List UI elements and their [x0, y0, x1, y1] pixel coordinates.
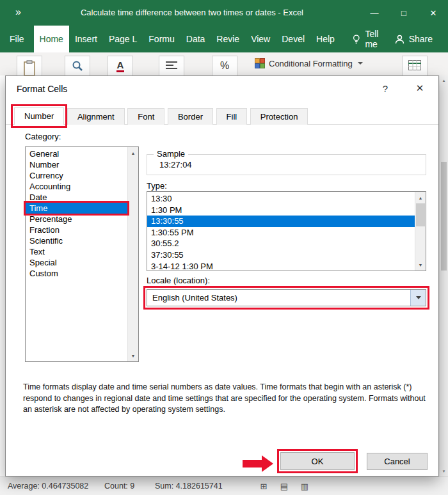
scroll-up-icon[interactable]: ▲ [128, 148, 138, 158]
category-option-general[interactable]: General [26, 148, 127, 159]
page-layout-view-button[interactable]: ▤ [278, 482, 290, 491]
share-button[interactable]: Share [395, 26, 433, 52]
locale-label: Locale (location): [147, 276, 210, 285]
category-option-scientific[interactable]: Scientific [26, 235, 127, 246]
conditional-formatting-button[interactable]: Conditional Formatting [255, 58, 363, 68]
tab-file[interactable]: File [0, 26, 34, 52]
scroll-down-icon[interactable]: ▼ [128, 350, 138, 361]
view-shortcuts: ⊞ ▤ ▥ [258, 477, 310, 495]
type-option[interactable]: 1:30:55 PM [147, 227, 415, 239]
dropdown-arrow-button[interactable] [410, 290, 426, 306]
arrow-head [262, 455, 273, 472]
type-label: Type: [147, 181, 167, 191]
category-listbox: General Number Currency Accounting Date … [25, 146, 139, 362]
category-option-percentage[interactable]: Percentage [26, 214, 127, 224]
table-icon [408, 60, 421, 70]
window-title: Calculate time difference between two ti… [51, 8, 333, 17]
annotation-arrow [243, 455, 276, 472]
type-option[interactable]: 3-14-12 1:30 PM [147, 261, 415, 272]
category-option-special[interactable]: Special [26, 257, 127, 268]
tab-view[interactable]: View [245, 26, 276, 52]
status-bar: Average: 0.464735082 Count: 9 Sum: 4.182… [0, 476, 448, 495]
category-option-number[interactable]: Number [26, 159, 127, 170]
sample-value: 13:27:04 [159, 160, 192, 169]
category-option-text[interactable]: Text [26, 246, 127, 257]
category-label: Category: [25, 132, 61, 141]
ribbon: A % Conditional Formatting [0, 52, 448, 75]
minimize-button[interactable]: — [360, 0, 389, 26]
page-break-view-button[interactable]: ▥ [299, 482, 310, 491]
alignment-button[interactable] [159, 56, 184, 75]
format-as-table-button[interactable] [402, 56, 428, 75]
clipboard-icon [23, 60, 36, 75]
close-button[interactable]: ✕ [419, 0, 448, 26]
type-option[interactable]: 1:30 PM [147, 205, 415, 216]
type-option-selected[interactable]: 13:30:55 [147, 216, 415, 227]
locale-selected-value: English (United States) [152, 293, 237, 302]
dialog-tab-fill[interactable]: Fill [216, 108, 248, 125]
tab-help[interactable]: Help [310, 26, 340, 52]
dialog-close-button[interactable]: ✕ [412, 82, 428, 94]
dialog-tab-font[interactable]: Font [127, 108, 164, 125]
type-scrollbar[interactable]: ▲ ▼ [415, 192, 426, 271]
search-button[interactable] [65, 56, 90, 75]
tab-formulas[interactable]: Formu [143, 26, 180, 52]
excel-window: » Calculate time difference between two … [0, 0, 448, 495]
type-option[interactable]: 30:55.2 [147, 238, 415, 249]
type-items: 13:30 1:30 PM 13:30:55 1:30:55 PM 30:55.… [147, 193, 415, 272]
maximize-button[interactable]: □ [389, 0, 419, 26]
arrow-shaft [243, 460, 262, 468]
share-label: Share [409, 34, 433, 44]
category-option-accounting[interactable]: Accounting [26, 181, 127, 192]
cancel-button[interactable]: Cancel [367, 453, 428, 470]
worksheet-vscrollbar[interactable]: ▲ ▼ [439, 75, 448, 476]
scrollbar-thumb[interactable] [441, 162, 447, 271]
dialog-tab-protection[interactable]: Protection [250, 108, 308, 125]
category-option-currency[interactable]: Currency [26, 170, 127, 181]
format-description: Time formats display date and time seria… [23, 382, 428, 416]
dialog-help-button[interactable]: ? [378, 83, 392, 94]
scroll-down-icon[interactable]: ▼ [440, 469, 448, 473]
percent-icon: % [220, 60, 229, 72]
dialog-title: Format Cells [17, 84, 67, 94]
type-option[interactable]: 37:30:55 [147, 249, 415, 261]
font-color-button[interactable]: A [108, 56, 133, 75]
status-sum: Sum: 4.182615741 [155, 482, 223, 491]
conditional-formatting-label: Conditional Formatting [269, 59, 353, 68]
category-scrollbar[interactable]: ▲ ▼ [127, 147, 138, 361]
tab-insert[interactable]: Insert [69, 26, 103, 52]
tab-review[interactable]: Revie [211, 26, 245, 52]
percent-style-button[interactable]: % [212, 56, 237, 75]
paste-button[interactable] [17, 56, 42, 75]
type-option[interactable]: 13:30 [147, 193, 415, 205]
dialog-tab-number[interactable]: Number [14, 107, 64, 125]
tab-data[interactable]: Data [180, 26, 211, 52]
tab-home[interactable]: Home [34, 26, 69, 52]
status-count: Count: 9 [104, 482, 134, 491]
chevron-down-icon [358, 62, 363, 65]
scrollbar-thumb[interactable] [416, 203, 425, 226]
category-option-time[interactable]: Time [26, 203, 127, 214]
category-option-date[interactable]: Date [26, 192, 127, 203]
locale-dropdown[interactable]: English (United States) [147, 289, 426, 306]
category-items: General Number Currency Accounting Date … [26, 148, 127, 279]
status-average: Average: 0.464735082 [8, 482, 88, 491]
tell-me-box[interactable]: Tell me [348, 26, 395, 52]
tab-developer[interactable]: Devel [276, 26, 310, 52]
category-option-custom[interactable]: Custom [26, 268, 127, 279]
align-lines-icon [166, 60, 177, 70]
format-cells-dialog: Format Cells ? ✕ Number Alignment Font B… [5, 75, 439, 476]
dialog-tab-alignment[interactable]: Alignment [67, 108, 125, 125]
lightbulb-icon [352, 34, 361, 45]
category-option-fraction[interactable]: Fraction [26, 224, 127, 235]
chevron-down-icon [416, 296, 421, 299]
font-color-icon: A [116, 60, 125, 72]
normal-view-button[interactable]: ⊞ [258, 482, 269, 491]
dialog-tab-border[interactable]: Border [168, 108, 213, 125]
ok-button[interactable]: OK [280, 452, 355, 470]
tab-page-layout[interactable]: Page L [103, 26, 143, 52]
scroll-up-icon[interactable]: ▲ [440, 79, 448, 82]
scroll-down-icon[interactable]: ▼ [415, 260, 426, 270]
quick-access-toolbar-icon[interactable]: » [15, 6, 20, 18]
scroll-up-icon[interactable]: ▲ [415, 192, 426, 203]
